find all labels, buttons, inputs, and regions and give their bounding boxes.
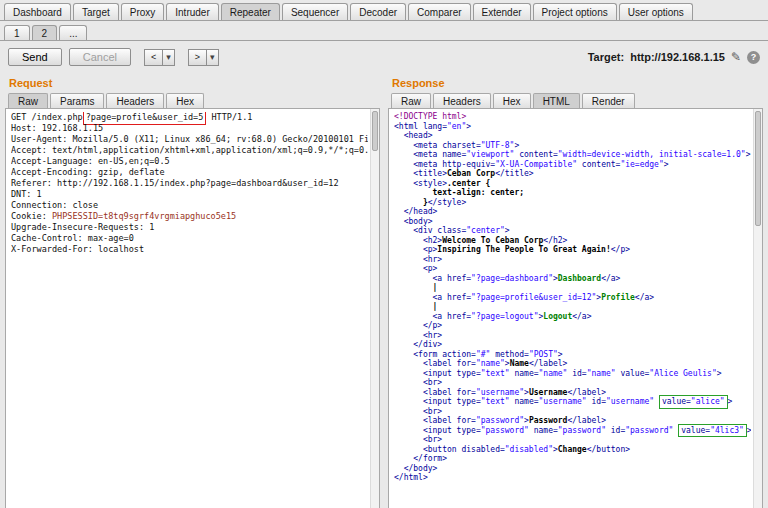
help-icon[interactable]: ? [747, 51, 760, 64]
code-line: <a href="?page=profile&user_id=12">Profi… [394, 293, 751, 303]
request-panel: Request RawParamsHeadersHex GET /index.p… [5, 74, 380, 508]
code-line: <label for="name">Name</label> [394, 359, 751, 369]
code-line: Connection: close [11, 200, 368, 211]
code-line: </body> [394, 464, 751, 474]
target-url: http://192.168.1.15 [630, 51, 725, 63]
code-line: Upgrade-Insecure-Requests: 1 [11, 222, 368, 233]
code-line: <p>Inspiring The People To Great Again!<… [394, 245, 751, 255]
main-tab-bar: DashboardTargetProxyIntruderRepeaterSequ… [0, 0, 768, 21]
code-line: <br> [394, 378, 751, 388]
burp-suite-window: DashboardTargetProxyIntruderRepeaterSequ… [0, 0, 768, 508]
response-view-tab-headers[interactable]: Headers [433, 93, 491, 108]
code-line: <a href="?page=logout">Logout</a> [394, 312, 751, 322]
code-line: User-Agent: Mozilla/5.0 (X11; Linux x86_… [11, 134, 368, 145]
request-view-tab-bar: RawParamsHeadersHex [5, 93, 380, 109]
message-panes: Request RawParamsHeadersHex GET /index.p… [0, 72, 768, 508]
send-button[interactable]: Send [8, 48, 62, 66]
code-line: <input type="password" name="password" i… [394, 426, 751, 436]
target-label: Target: [588, 51, 624, 63]
response-view-tab-bar: RawHeadersHexHTMLRender [388, 93, 763, 109]
target-area: Target: http://192.168.1.15 ✎ ? [588, 50, 760, 64]
response-view-tab-raw[interactable]: Raw [391, 93, 431, 108]
code-line: <head> [394, 131, 751, 141]
code-line: | [394, 302, 751, 312]
code-line: text-align: center; [394, 188, 751, 198]
code-line: <hr> [394, 331, 751, 341]
response-view-tab-render[interactable]: Render [582, 93, 635, 108]
main-tab-target[interactable]: Target [73, 3, 119, 20]
repeater-tab-more[interactable]: ... [59, 25, 87, 40]
request-raw-text[interactable]: GET /index.php?page=profile&user_id=5 HT… [11, 112, 368, 508]
response-html-text[interactable]: <!DOCTYPE html><html lang="en"> <head> <… [394, 112, 751, 508]
response-panel-title: Response [388, 74, 763, 93]
code-line: <button disabled="disabled">Change</butt… [394, 445, 751, 455]
repeater-tab-1[interactable]: 1 [4, 25, 30, 40]
code-line: Cache-Control: max-age=0 [11, 233, 368, 244]
code-line: <body> [394, 217, 751, 227]
code-line: GET /index.php?page=profile&user_id=5 HT… [11, 112, 368, 123]
code-line: </p> [394, 321, 751, 331]
response-scrollbar-thumb[interactable] [755, 111, 761, 226]
main-tab-repeater[interactable]: Repeater [221, 3, 280, 20]
code-line: </form> [394, 454, 751, 464]
main-tab-comparer[interactable]: Comparer [408, 3, 470, 20]
code-line: }</style> [394, 198, 751, 208]
code-line: <meta name="viewport" content="width=dev… [394, 150, 751, 160]
code-line: <style>.center { [394, 179, 751, 189]
code-line: Accept-Encoding: gzip, deflate [11, 167, 368, 178]
history-forward-button[interactable]: > [188, 49, 207, 66]
main-tab-sequencer[interactable]: Sequencer [282, 3, 348, 20]
code-line: <title>Ceban Corp</title> [394, 169, 751, 179]
code-line: <input type="text" name="username" id="u… [394, 397, 751, 407]
main-tab-proxy[interactable]: Proxy [121, 3, 165, 20]
request-scrollbar[interactable] [370, 109, 379, 508]
code-line: <hr> [394, 255, 751, 265]
main-tab-dashboard[interactable]: Dashboard [4, 3, 71, 20]
main-tab-extender[interactable]: Extender [473, 3, 531, 20]
response-panel: Response RawHeadersHexHTMLRender <!DOCTY… [388, 74, 763, 508]
code-line: <html lang="en"> [394, 122, 751, 132]
history-back-group: < ▾ [144, 49, 175, 66]
repeater-tab-2[interactable]: 2 [32, 25, 58, 40]
edit-target-icon[interactable]: ✎ [731, 50, 741, 64]
code-line: DNT: 1 [11, 189, 368, 200]
request-panel-title: Request [5, 74, 380, 93]
request-view-tab-headers[interactable]: Headers [106, 93, 164, 108]
code-line: Referer: http://192.168.1.15/index.php?p… [11, 178, 368, 189]
code-line: <h2>Welcome To Ceban Corp</h2> [394, 236, 751, 246]
response-view-tab-hex[interactable]: Hex [493, 93, 531, 108]
request-view-tab-raw[interactable]: Raw [8, 93, 48, 108]
main-tab-decoder[interactable]: Decoder [350, 3, 406, 20]
request-view-tab-params[interactable]: Params [50, 93, 104, 108]
response-scrollbar[interactable] [753, 109, 762, 508]
code-line: X-Forwarded-For: localhost [11, 244, 368, 255]
cancel-button[interactable]: Cancel [69, 48, 131, 66]
history-forward-dropdown-icon[interactable]: ▾ [207, 49, 219, 66]
code-line: </head> [394, 207, 751, 217]
code-line: <input type="text" name="name" id="name"… [394, 369, 751, 379]
code-line: | [394, 283, 751, 293]
repeater-session-tab-bar: 12... [0, 21, 768, 41]
main-tab-intruder[interactable]: Intruder [166, 3, 218, 20]
main-tab-user-options[interactable]: User options [619, 3, 693, 20]
code-line: </html> [394, 473, 751, 483]
code-line: <div class="center"> [394, 226, 751, 236]
response-editor[interactable]: <!DOCTYPE html><html lang="en"> <head> <… [388, 109, 763, 508]
request-scrollbar-thumb[interactable] [372, 111, 378, 151]
request-view-tab-hex[interactable]: Hex [166, 93, 204, 108]
main-tab-project-options[interactable]: Project options [533, 3, 617, 20]
code-line: <meta http-equiv="X-UA-Compatible" conte… [394, 160, 751, 170]
code-line: <meta charset="UTF-8"> [394, 141, 751, 151]
code-line: <form action="#" method="POST"> [394, 350, 751, 360]
request-editor[interactable]: GET /index.php?page=profile&user_id=5 HT… [5, 109, 380, 508]
code-line: </div> [394, 340, 751, 350]
history-back-dropdown-icon[interactable]: ▾ [163, 49, 175, 66]
code-line: Accept-Language: en-US,en;q=0.5 [11, 156, 368, 167]
code-line: <!DOCTYPE html> [394, 112, 751, 122]
code-line: Cookie: PHPSESSID=t8tq9sgrf4vrgmiapghuco… [11, 211, 368, 222]
history-back-button[interactable]: < [144, 49, 163, 66]
response-view-tab-html[interactable]: HTML [533, 93, 580, 108]
code-line: <p> [394, 264, 751, 274]
code-line: <a href="?page=dashboard">Dashboard</a> [394, 274, 751, 284]
repeater-toolbar: Send Cancel < ▾ > ▾ Target: http://192.1… [0, 41, 768, 72]
